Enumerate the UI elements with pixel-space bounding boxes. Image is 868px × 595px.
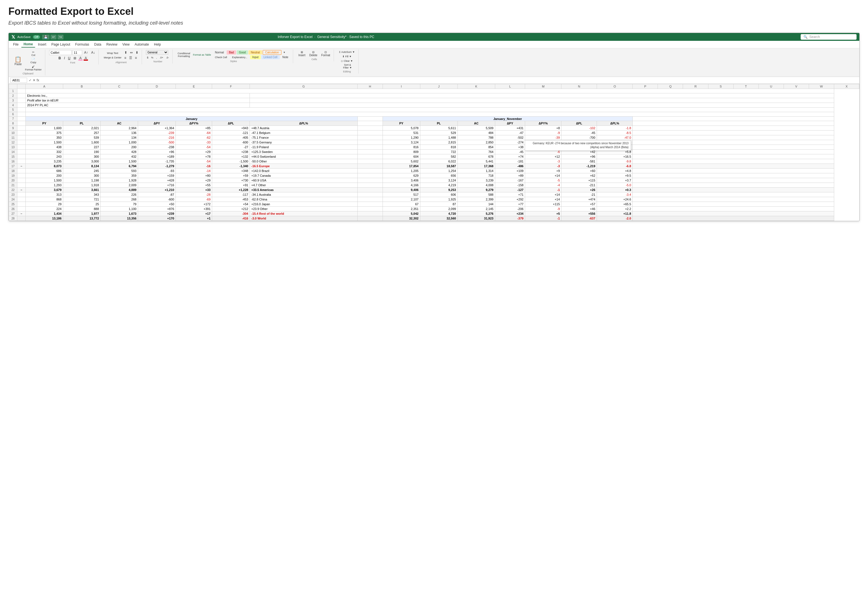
cell-dplpct-r[interactable]: +11.8 [597, 212, 633, 216]
col-h[interactable]: H [357, 84, 382, 89]
cell-dpy[interactable]: -87 [138, 192, 176, 197]
cell-dpypct-r[interactable]: +12 [525, 154, 561, 159]
cell-dpy[interactable]: -216 [138, 135, 176, 140]
percent-btn[interactable]: % [150, 56, 155, 59]
col-o[interactable]: O [597, 84, 633, 89]
cell-dpy-r[interactable]: -47 [495, 130, 525, 135]
cell-a2[interactable]: Electronic Inc., [26, 93, 250, 98]
conditional-formatting-btn[interactable]: ConditionalFormatting [177, 52, 192, 58]
cell-ac-r[interactable]: 1,314 [458, 169, 495, 173]
cell-dpl-r[interactable]: +556 [561, 212, 597, 216]
cell-dpy[interactable]: +1,210 [138, 188, 176, 192]
decrease-decimal-btn[interactable]: .0- [165, 56, 170, 59]
cell-dpypct[interactable]: +29 [176, 149, 212, 154]
cell-dpy[interactable]: -239 [138, 130, 176, 135]
cell-dpy-r[interactable]: -379 [495, 216, 525, 221]
cell-dpypct-r[interactable]: -5 [525, 178, 561, 183]
format-painter-btn[interactable]: 🖌 Format Painter [24, 65, 43, 72]
cell-dplpct-r[interactable]: +3.7 [597, 178, 633, 183]
menu-help[interactable]: Help [152, 41, 163, 47]
row-1-empty[interactable] [26, 89, 834, 93]
row-group-collapse[interactable]: − [17, 188, 26, 192]
cell-pl-r[interactable]: 32,560 [420, 216, 458, 221]
col-s[interactable]: S [708, 84, 733, 89]
cell-dplpct-r[interactable]: -6.8 [597, 164, 633, 169]
cell-dpl-r[interactable]: +96 [561, 154, 597, 159]
bold-btn[interactable]: B [57, 56, 62, 61]
cell-country[interactable]: +48.7 Austria [250, 126, 357, 130]
cell-pl[interactable]: 1,198 [63, 178, 100, 183]
cell-dpl-r[interactable]: -1,219 [561, 164, 597, 169]
cell-dpy[interactable]: -93 [138, 169, 176, 173]
cell-pl[interactable]: 190 [63, 149, 100, 154]
menu-insert[interactable]: Insert [36, 41, 49, 47]
cell-dpypct-r[interactable]: -1 [525, 216, 561, 221]
cell-py-r[interactable]: 629 [382, 173, 420, 178]
cell-ac[interactable]: 1,500 [100, 159, 138, 164]
col-r[interactable]: R [683, 84, 708, 89]
style-note[interactable]: Note [280, 55, 291, 59]
cell-dpl-r[interactable]: -637 [561, 216, 597, 221]
cell-dpypct[interactable]: +1 [176, 216, 212, 221]
cell-py-r[interactable]: 5,042 [382, 212, 420, 216]
cell-country[interactable]: -50.0 Other [250, 159, 357, 164]
spreadsheet-container[interactable]: A B C D E F G H I J K L M N O P Q [9, 84, 859, 221]
cell-py[interactable]: 438 [26, 145, 63, 149]
cell-dpy-r[interactable]: -45 [495, 149, 525, 154]
cell-dpl[interactable]: -405 [212, 135, 250, 140]
menu-view[interactable]: View [120, 41, 132, 47]
cell-ac[interactable]: 428 [100, 149, 138, 154]
cell-py-r[interactable]: 816 [382, 145, 420, 149]
cell-dpypct[interactable]: -62 [176, 135, 212, 140]
style-input[interactable]: Input [250, 55, 261, 59]
row-group-collapse[interactable]: − [17, 212, 26, 216]
cell-pl-r[interactable]: 9,253 [420, 188, 458, 192]
cell-dpypct[interactable]: -54 [176, 145, 212, 149]
cell-ac-r[interactable]: 588 [458, 192, 495, 197]
cell-dpl[interactable]: +91 [212, 183, 250, 188]
cell-dpy[interactable]: +96 [138, 149, 176, 154]
style-explanatory[interactable]: Explanatory... [230, 55, 249, 59]
cell-dpypct-r[interactable]: +115 [525, 202, 561, 207]
merge-center-btn[interactable]: Merge & Center [103, 56, 123, 59]
cell-py[interactable]: 1,293 [26, 183, 63, 188]
cell-ac[interactable]: 200 [100, 145, 138, 149]
cell-dplpct-r[interactable]: -1.8 [597, 126, 633, 130]
cell-dpy-r[interactable]: -486 [495, 164, 525, 169]
cell-ac[interactable]: 13,356 [100, 216, 138, 221]
cell-dpypct[interactable]: +29 [176, 178, 212, 183]
menu-home[interactable]: Home [21, 41, 35, 47]
cell-dpy[interactable]: +159 [138, 173, 176, 178]
col-k[interactable]: K [458, 84, 495, 89]
cell-country[interactable]: -47.1 Belgium [250, 130, 357, 135]
cell-py[interactable]: 13,186 [26, 216, 63, 221]
cell-dpypct[interactable]: +33 [176, 188, 212, 192]
cell-ac-r[interactable]: 31,923 [458, 216, 495, 221]
col-m[interactable]: M [525, 84, 561, 89]
align-right-btn[interactable]: ≡ [134, 55, 138, 61]
cell-py-r[interactable]: 67 [382, 202, 420, 207]
col-c[interactable]: C [100, 84, 138, 89]
align-center-btn[interactable]: ☰ [128, 55, 133, 61]
cell-pl[interactable]: 227 [63, 145, 100, 149]
cell-py[interactable]: 350 [26, 135, 63, 140]
save-btn[interactable]: 💾 [42, 35, 49, 39]
cell-dplpct-r[interactable]: +4.8 [597, 169, 633, 173]
align-top-btn[interactable]: ⬆ [123, 50, 128, 55]
cell-pl-r[interactable]: 6,022 [420, 159, 458, 164]
cell-reference-box[interactable] [10, 78, 27, 83]
cell-dpl[interactable]: +132 [212, 154, 250, 159]
cell-py[interactable]: 3,679 [26, 188, 63, 192]
menu-automate[interactable]: Automate [133, 41, 151, 47]
cell-country[interactable]: +33.5 Americas [250, 188, 357, 192]
comma-btn[interactable]: , [155, 56, 158, 59]
cell-dpypct-r[interactable]: -1 [525, 188, 561, 192]
cell-ac[interactable]: 2,009 [100, 183, 138, 188]
cell-dpypct[interactable]: -28 [176, 192, 212, 197]
cell-ac[interactable]: 4,889 [100, 188, 138, 192]
cell-country[interactable]: +216.0 Japan [250, 202, 357, 207]
cell-dpypct-r[interactable]: -4 [525, 183, 561, 188]
cell-dpypct[interactable]: +172 [176, 202, 212, 207]
cell-py-r[interactable]: 604 [382, 154, 420, 159]
cell-dpl-r[interactable]: +60 [561, 169, 597, 173]
